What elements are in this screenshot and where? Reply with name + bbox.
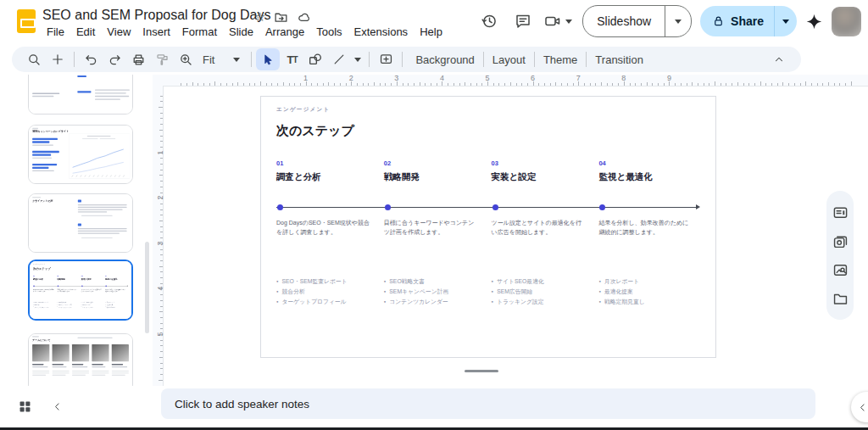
- filmstrip-scrollbar[interactable]: [145, 242, 149, 333]
- grid-view-icon[interactable]: [15, 397, 34, 416]
- menu-view[interactable]: View: [101, 25, 136, 39]
- share-button[interactable]: Share: [700, 6, 797, 36]
- step-description[interactable]: Dog DaysのSEO・SEM現状や競合を詳しく調査します。: [276, 218, 384, 237]
- theme-button[interactable]: Theme: [535, 53, 586, 66]
- line-dropdown-caret[interactable]: [354, 58, 361, 62]
- background-button[interactable]: Background: [407, 53, 482, 66]
- step-01[interactable]: 01調査と分析: [33, 276, 57, 281]
- gemini-sparkle-icon[interactable]: [805, 13, 823, 31]
- hide-menus-icon[interactable]: [767, 48, 791, 70]
- step-03[interactable]: 03実装と設定: [81, 276, 105, 281]
- timeline-dot: [599, 204, 605, 210]
- app-header: SEO and SEM Proposal for Dog Days ☆ File…: [0, 0, 868, 42]
- step-04[interactable]: 04監視と最適化: [598, 159, 706, 183]
- paint-format-icon[interactable]: [150, 48, 174, 70]
- slide-thumbnail-6[interactable]: SEMキャンペーンのハイライト: [28, 125, 133, 184]
- timeline-dot: [81, 285, 83, 287]
- redo-button[interactable]: [103, 48, 126, 70]
- comments-icon[interactable]: [506, 6, 540, 36]
- slide-canvas[interactable]: エンゲージメント 次のステップ 01調査と分析02戦略開発03実装と設定04監視…: [260, 96, 716, 358]
- step-description[interactable]: 目標に合うキーワードやコンテンツ計画を作成します。: [57, 288, 81, 293]
- zoom-icon[interactable]: [174, 48, 198, 70]
- move-folder-icon[interactable]: [274, 10, 288, 25]
- slide-thumbnail-8-selected[interactable]: エンゲージメント 次のステップ 01調査と分析02戦略開発03実装と設定04監視…: [28, 260, 133, 321]
- step-description[interactable]: ツール設定とサイトの最適化を行い広告を開始します。: [81, 288, 105, 293]
- step-heading: 監視と最適化: [105, 278, 129, 281]
- document-title[interactable]: SEO and SEM Proposal for Dog Days: [42, 8, 270, 23]
- search-menus-icon[interactable]: [22, 48, 46, 70]
- slide-title-text[interactable]: 次のステップ: [276, 123, 354, 139]
- star-icon[interactable]: ☆: [254, 9, 265, 25]
- photos-stack-icon[interactable]: [832, 233, 849, 249]
- speaker-notes-input[interactable]: Click to add speaker notes: [161, 388, 815, 419]
- timeline-dot: [492, 204, 498, 210]
- menu-format[interactable]: Format: [176, 25, 223, 39]
- insert-comment-icon[interactable]: [374, 48, 398, 70]
- deliverables-list[interactable]: ●SEO・SEM監査レポート●競合分析●ターゲットプロフィール: [33, 301, 57, 308]
- slideshow-button[interactable]: Slideshow: [582, 5, 692, 37]
- deliverable-text: 戦略定期見直し: [604, 297, 645, 307]
- step-03[interactable]: 03実装と設定: [492, 159, 599, 183]
- step-02[interactable]: 02戦略開発: [57, 276, 81, 281]
- step-description[interactable]: 目標に合うキーワードやコンテンツ計画を作成します。: [384, 218, 492, 237]
- transition-button[interactable]: Transition: [587, 53, 652, 66]
- share-dropdown[interactable]: [774, 6, 797, 36]
- camera-dropdown-caret[interactable]: [565, 20, 572, 24]
- deliverables-list[interactable]: ●SEO・SEM監査レポート●競合分析●ターゲットプロフィール: [276, 276, 384, 308]
- account-avatar[interactable]: [832, 7, 861, 36]
- collapse-filmstrip-icon[interactable]: [47, 397, 66, 416]
- slide-title-text[interactable]: 次のステップ: [33, 267, 51, 271]
- menu-tools[interactable]: Tools: [310, 25, 348, 39]
- menu-arrange[interactable]: Arrange: [259, 25, 310, 39]
- menu-insert[interactable]: Insert: [136, 25, 176, 39]
- step-description[interactable]: 結果を分析し、効果改善のために継続的に調整します。: [105, 288, 129, 293]
- text-box-tool[interactable]: TT: [280, 48, 303, 70]
- layout-button[interactable]: Layout: [484, 53, 534, 66]
- slide-eyebrow-text[interactable]: エンゲージメント: [276, 106, 330, 114]
- version-history-icon[interactable]: [472, 6, 506, 36]
- deliverables-list[interactable]: ●サイトSEO最適化●SEM広告開始●トラッキング設定: [81, 301, 105, 308]
- slide-eyebrow-text[interactable]: エンゲージメント: [33, 263, 45, 265]
- deliverables-list[interactable]: ●SEO戦略文書●SEMキャンペーン計画●コンテンツカレンダー: [57, 301, 81, 308]
- step-02[interactable]: 02戦略開発: [384, 159, 492, 183]
- contact-card-icon[interactable]: [832, 204, 849, 221]
- deliverables-list[interactable]: ●SEO戦略文書●SEMキャンペーン計画●コンテンツカレンダー: [384, 276, 492, 308]
- select-tool[interactable]: [256, 48, 280, 70]
- step-description[interactable]: Dog DaysのSEO・SEM現状や競合を詳しく調査します。: [33, 288, 57, 293]
- step-description[interactable]: ツール設定とサイトの最適化を行い広告を開始します。: [492, 218, 599, 237]
- step-description[interactable]: 結果を分析し、効果改善のために継続的に調整します。: [598, 218, 706, 237]
- shapes-tool[interactable]: [303, 48, 327, 70]
- deliverables-list[interactable]: ●月次レポート●最適化提案●戦略定期見直し: [598, 276, 706, 308]
- menu-extensions[interactable]: Extensions: [348, 25, 415, 39]
- bullet-dot: ●: [384, 276, 387, 287]
- slide-thumbnail-9[interactable]: チームについて: [28, 333, 133, 386]
- deliverables-list[interactable]: ●サイトSEO最適化●SEM広告開始●トラッキング設定: [492, 276, 599, 308]
- menu-edit[interactable]: Edit: [70, 25, 101, 39]
- step-01[interactable]: 01調査と分析: [276, 159, 384, 183]
- zoom-level[interactable]: Fit: [198, 53, 220, 66]
- undo-button[interactable]: [79, 48, 103, 70]
- image-search-icon[interactable]: [832, 262, 849, 278]
- line-tool[interactable]: [327, 48, 351, 70]
- slides-logo-icon[interactable]: [17, 9, 36, 33]
- timeline-line[interactable]: [276, 207, 698, 208]
- deliverable-item: ●SEO戦略文書: [384, 276, 492, 287]
- slideshow-dropdown[interactable]: [665, 6, 691, 36]
- cloud-status-icon[interactable]: [297, 10, 312, 25]
- new-slide-button[interactable]: [46, 48, 70, 70]
- step-number: 04: [105, 276, 129, 277]
- print-button[interactable]: [126, 48, 150, 70]
- menu-help[interactable]: Help: [414, 25, 448, 39]
- menu-slide[interactable]: Slide: [223, 25, 259, 39]
- step-heading: 監視と最適化: [598, 171, 706, 183]
- menu-file[interactable]: File: [41, 25, 70, 39]
- zoom-dropdown-caret[interactable]: [233, 58, 240, 62]
- meet-camera-icon[interactable]: [540, 6, 565, 36]
- slide-thumbnail-5[interactable]: [28, 75, 133, 114]
- deliverables-list[interactable]: ●月次レポート●最適化提案●戦略定期見直し: [105, 301, 129, 308]
- canvas-horizontal-scrollbar[interactable]: [465, 370, 498, 372]
- folder-icon[interactable]: [832, 291, 849, 307]
- slide-thumbnail-7[interactable]: クライアントの声: [28, 193, 133, 253]
- step-04[interactable]: 04監視と最適化: [105, 276, 129, 281]
- share-label: Share: [731, 14, 764, 28]
